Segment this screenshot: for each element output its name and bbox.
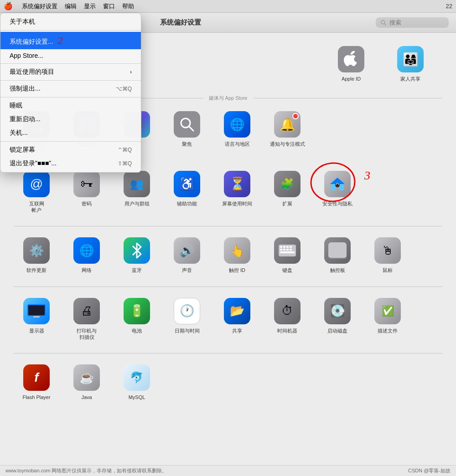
datetime-icon: 🕐 [173,297,201,325]
pref-bluetooth[interactable]: 蓝牙 [114,233,160,277]
pref-flash-player[interactable]: f Flash Player [14,360,59,404]
menu-separator-2 [0,63,141,64]
menu-item-restart[interactable]: 重新启动... [0,113,141,126]
menu-item-logout[interactable]: 退出登录"■■■"... ⇧⌘Q [0,157,141,170]
pref-profiles[interactable]: ✅ 描述文件 [365,294,410,344]
svg-rect-11 [283,246,285,248]
pref-touch-id[interactable]: 👆 触控 ID [214,233,260,277]
menu-separator-4 [0,97,141,97]
pref-datetime[interactable]: 🕐 日期与时间 [164,294,210,344]
menu-item-about[interactable]: 关于本机 [0,15,141,29]
pref-apple-id[interactable]: Apple ID [328,42,374,86]
passwords-icon: 🗝 [73,170,100,198]
svg-rect-13 [290,246,292,248]
screen-time-label: 屏幕使用时间 [222,200,252,207]
spotlight-label: 聚焦 [182,141,192,147]
menu-item-lock[interactable]: 锁定屏幕 ⌃⌘Q [0,143,141,157]
pref-printers[interactable]: 🖨 打印机与扫描仪 [64,294,109,344]
pref-network[interactable]: 🌐 网络 [64,233,109,277]
trackpad-label: 触控板 [330,267,345,273]
pref-users-groups[interactable]: 👥 用户与群组 [114,167,160,217]
pref-battery[interactable]: 🔋 电池 [114,294,160,344]
menubar-edit[interactable]: 编辑 [61,1,80,11]
svg-rect-14 [280,249,282,251]
pref-language[interactable]: 🌐 语言与地区 [214,107,260,158]
screen-time-icon: ⏳ [223,170,251,198]
menubar-window[interactable]: 窗口 [99,1,119,11]
pref-sound[interactable]: 🔊 声音 [164,233,210,277]
pref-extensions[interactable]: 🧩 扩展 [264,167,310,217]
trackpad-icon [324,237,351,264]
pref-sharing[interactable]: 📂 共享 [214,294,260,344]
language-icon: 🌐 [223,111,251,138]
accessibility-icon: ♿ [173,170,201,198]
displays-monitor-icon [27,304,46,318]
pref-notifications[interactable]: 🔔 通知与专注模式 [264,107,310,158]
family-sharing-icon: 👨‍👩‍👧 [397,46,424,73]
footer-left: www.toymoban.com 网络图片仅供展示，非存储，如有侵权请联系删除。 [5,467,167,474]
search-box[interactable] [376,17,449,28]
svg-rect-20 [28,305,45,315]
menubar: 🍎 系统偏好设置 编辑 显示 窗口 帮助 22 [0,0,456,13]
apple-logo-icon [343,51,359,67]
section-label-1: 媒体与 App Store [203,95,253,102]
pref-displays[interactable]: 显示器 [14,294,59,344]
battery-label: 电池 [132,328,142,334]
profiles-icon: ✅ [374,297,401,325]
menubar-display[interactable]: 显示 [80,1,99,11]
pref-spotlight[interactable]: 聚焦 [164,107,210,158]
svg-line-1 [384,23,386,25]
menu-item-sleep[interactable]: 睡眠 [0,99,141,113]
pref-trackpad[interactable]: 触控板 [315,233,360,277]
menu-item-appstore[interactable]: App Store... [0,49,141,62]
mouse-icon: 🖱 [374,237,401,264]
search-icon [380,20,387,26]
pref-keyboard[interactable]: 键盘 [264,233,310,277]
pref-internet-accounts[interactable]: @ 互联网帐户 [14,167,59,217]
svg-rect-17 [290,249,292,251]
pref-family-sharing[interactable]: 👨‍👩‍👧 家人共享 [388,42,433,86]
section-separator-3 [14,287,442,287]
printers-label: 打印机与扫描仪 [77,328,97,341]
search-input[interactable] [389,19,444,26]
apple-menu-icon[interactable]: 🍎 [4,2,13,10]
menu-item-prefs[interactable]: 系统偏好设置... 2 [0,32,141,49]
sharing-label: 共享 [232,328,242,334]
submenu-arrow-icon: › [130,69,132,75]
pref-startup-disk[interactable]: 💽 启动磁盘 [315,294,360,344]
menu-separator-1 [0,30,141,31]
datetime-label: 日期与时间 [175,328,200,334]
users-groups-icon: 👥 [123,170,150,198]
software-update-icon: ⚙️ [23,237,50,264]
time-machine-icon: ⏱ [274,297,301,325]
menubar-help[interactable]: 帮助 [119,1,138,11]
startup-disk-label: 启动磁盘 [327,328,347,334]
bluetooth-label: 蓝牙 [132,267,142,273]
pref-java[interactable]: ☕ Java [64,360,109,404]
menu-item-recent[interactable]: 最近使用的项目 › [0,65,141,79]
language-label: 语言与地区 [225,141,250,147]
menu-item-force-quit[interactable]: 强制退出... ⌥⌘Q [0,82,141,96]
section-line-right [253,98,443,98]
keyboard-symbol-icon [278,244,296,257]
pref-accessibility[interactable]: ♿ 辅助功能 [164,167,210,217]
touch-id-icon: 👆 [223,237,251,264]
pref-passwords[interactable]: 🗝 密码 [64,167,109,217]
flash-player-label: Flash Player [22,394,50,400]
pref-mouse[interactable]: 🖱 鼠标 [365,233,410,277]
software-update-label: 软件更新 [26,267,47,273]
pref-screen-time[interactable]: ⏳ 屏幕使用时间 [214,167,260,217]
apple-dropdown-menu: 关于本机 系统偏好设置... 2 App Store... 最近使用的项目 › … [0,13,141,173]
menubar-system-prefs[interactable]: 系统偏好设置 [18,1,61,11]
apple-id-icon [337,46,365,73]
java-label: Java [81,394,92,400]
startup-disk-icon: 💽 [324,297,351,325]
menu-item-shutdown[interactable]: 关机... [0,126,141,140]
pref-time-machine[interactable]: ⏱ 时间机器 [264,294,310,344]
printers-icon: 🖨 [73,297,100,325]
pref-mysql[interactable]: 🐬 MySQL [114,360,160,404]
pref-software-update[interactable]: ⚙️ 软件更新 [14,233,59,277]
pref-security-privacy[interactable]: 安全性与隐私 3 [315,167,360,217]
svg-line-3 [189,126,193,131]
touch-id-label: 触控 ID [229,267,245,273]
